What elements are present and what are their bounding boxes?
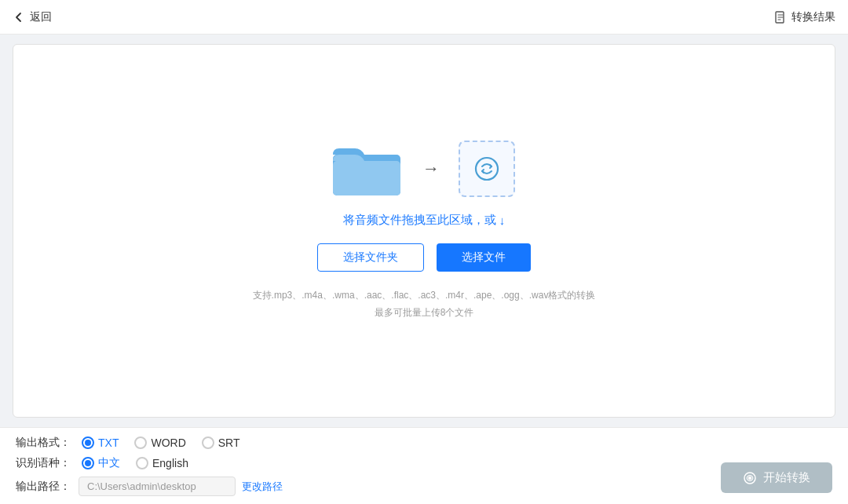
- path-input[interactable]: [79, 477, 236, 496]
- main-area: → 将音频文件拖拽至此区域，或 ↓ 选择文件夹 选择文件: [0, 35, 848, 427]
- button-row: 选择文件夹 选择文件: [317, 243, 531, 272]
- txt-label: TXT: [98, 436, 119, 449]
- start-btn-label: 开始转换: [763, 470, 810, 485]
- bottom-area: 输出格式： TXT WORD SRT 识别语种: [0, 427, 848, 504]
- word-label: WORD: [151, 436, 185, 449]
- zh-radio-dot: [85, 460, 91, 466]
- format-label: 输出格式：: [16, 436, 72, 450]
- convert-box: [459, 141, 515, 197]
- txt-radio-dot: [85, 440, 91, 446]
- result-icon: [774, 11, 787, 24]
- drop-text: 将音频文件拖拽至此区域，或 ↓: [343, 213, 506, 228]
- zh-label: 中文: [98, 456, 120, 470]
- path-row: 输出路径： 更改路径: [16, 477, 832, 496]
- back-icon: [13, 11, 25, 24]
- en-label: English: [152, 457, 188, 469]
- srt-radio-circle: [202, 436, 214, 449]
- support-text: 支持.mp3、.m4a、.wma、.aac、.flac、.ac3、.m4r、.a…: [253, 287, 596, 321]
- result-label: 转换结果: [791, 10, 835, 24]
- txt-radio-circle: [82, 436, 94, 449]
- lang-en[interactable]: English: [136, 457, 188, 469]
- result-button[interactable]: 转换结果: [774, 10, 835, 24]
- lang-zh[interactable]: 中文: [82, 456, 120, 470]
- select-folder-button[interactable]: 选择文件夹: [317, 243, 424, 272]
- en-radio-circle: [136, 457, 148, 469]
- convert-icon: [472, 154, 502, 184]
- format-radio-group: TXT WORD SRT: [82, 436, 240, 449]
- path-change-button[interactable]: 更改路径: [242, 480, 283, 494]
- speaker-icon: [743, 471, 757, 485]
- top-bar: 返回 转换结果: [0, 0, 848, 35]
- lang-label: 识别语种：: [16, 456, 72, 470]
- format-srt[interactable]: SRT: [202, 436, 240, 449]
- back-button[interactable]: 返回: [13, 10, 52, 24]
- lang-radio-group: 中文 English: [82, 456, 188, 470]
- srt-label: SRT: [218, 436, 240, 449]
- drop-zone[interactable]: → 将音频文件拖拽至此区域，或 ↓ 选择文件夹 选择文件: [13, 44, 835, 418]
- arrow-icon: →: [422, 159, 440, 179]
- select-file-button[interactable]: 选择文件: [437, 243, 531, 272]
- back-label: 返回: [30, 10, 52, 24]
- format-txt[interactable]: TXT: [82, 436, 119, 449]
- svg-rect-2: [333, 161, 400, 195]
- drop-label: 将音频文件拖拽至此区域，或: [343, 213, 496, 228]
- format-word[interactable]: WORD: [134, 436, 185, 449]
- path-label: 输出路径：: [16, 480, 72, 494]
- start-btn-wrap: 开始转换: [721, 462, 832, 493]
- word-radio-circle: [134, 436, 147, 449]
- svg-point-5: [748, 477, 751, 480]
- support-line1: 支持.mp3、.m4a、.wma、.aac、.flac、.ac3、.m4r、.a…: [253, 287, 596, 305]
- folder-icon: [333, 141, 404, 197]
- zh-radio-circle: [82, 457, 94, 469]
- format-row: 输出格式： TXT WORD SRT: [16, 436, 832, 450]
- svg-point-3: [476, 158, 498, 180]
- start-convert-button[interactable]: 开始转换: [721, 462, 832, 493]
- lang-row: 识别语种： 中文 English: [16, 456, 832, 470]
- down-arrow-icon: ↓: [499, 214, 506, 227]
- icon-row: →: [333, 141, 515, 197]
- support-line2: 最多可批量上传8个文件: [253, 305, 596, 322]
